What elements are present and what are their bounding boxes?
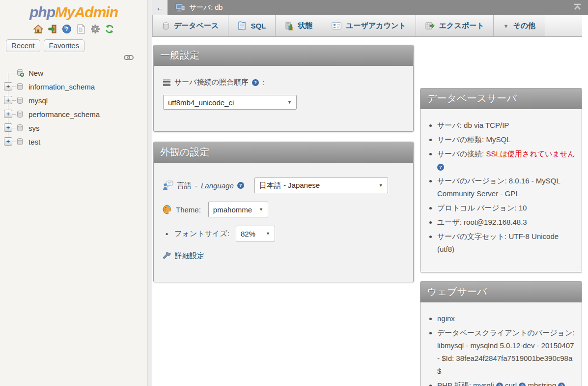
database-icon — [16, 83, 24, 90]
link-with-main-panel-icon[interactable] — [124, 54, 134, 61]
database-server-panel: データベースサーバ サーバ: db via TCP/IP サーバの種類: MyS… — [420, 88, 582, 272]
scroll-to-top-icon[interactable] — [573, 3, 582, 12]
tab-status[interactable]: 状態 — [276, 15, 322, 36]
tab-databases[interactable]: データベース — [152, 15, 228, 36]
appearance-settings-panel: 外観の設定 言語 - Language ? 日本語 - Japanese ▼ — [153, 142, 414, 282]
logo-myadmin-text: MyAdmin — [55, 4, 118, 20]
help-icon[interactable]: ? — [496, 383, 503, 386]
sidebar-resize-handle[interactable] — [147, 0, 152, 386]
logout-icon[interactable] — [47, 24, 58, 34]
tree-item-label: performance_schema — [28, 110, 100, 119]
help-icon[interactable]: ? — [61, 24, 72, 34]
list-item: サーバの文字セット: UTF-8 Unicode (utf8) — [437, 230, 576, 256]
recent-button[interactable]: Recent — [6, 39, 40, 52]
collation-selected-value: utf8mb4_unicode_ci — [168, 98, 234, 107]
fontsize-label: フォントサイズ: — [174, 229, 229, 238]
quick-access-buttons: Recent Favorites — [6, 39, 147, 52]
list-item: サーバの接続: SSLは使用されていません ? — [437, 148, 576, 173]
select-arrow-icon: ▼ — [266, 231, 270, 236]
general-settings-panel: 一般設定 サーバ接続の照合順序 ? : utf8mb4_unicode_ci ▼ — [153, 45, 414, 132]
tree-item-test[interactable]: + test — [0, 135, 147, 148]
help-icon[interactable]: ? — [519, 383, 526, 386]
tab-label: エクスポート — [439, 21, 484, 30]
database-tree: New + information_schema + mysql + perfo… — [0, 66, 147, 148]
home-icon[interactable] — [33, 24, 44, 34]
protocol-version: プロトコル バージョン: 10 — [437, 204, 527, 212]
theme-selected-value: pmahomme — [213, 206, 252, 214]
select-arrow-icon: ▼ — [259, 207, 263, 212]
tree-branch-line — [8, 73, 17, 73]
fontsize-select[interactable]: 82% ▼ — [236, 226, 275, 241]
tree-item-information-schema[interactable]: + information_schema — [0, 80, 147, 93]
select-arrow-icon: ▼ — [379, 183, 383, 188]
svg-text:?: ? — [65, 26, 68, 32]
expand-plus-icon[interactable]: + — [4, 123, 12, 132]
list-item: サーバのバージョン: 8.0.16 - MySQL Community Serv… — [437, 175, 576, 200]
expand-plus-icon[interactable]: + — [4, 137, 12, 146]
refresh-icon[interactable] — [104, 24, 115, 34]
theme-label: Theme: — [176, 206, 201, 214]
help-icon[interactable]: ? — [437, 164, 444, 171]
list-item: サーバ: db via TCP/IP — [437, 119, 576, 132]
tree-item-mysql[interactable]: + mysql — [0, 93, 147, 107]
webserver-name: nginx — [437, 314, 455, 323]
settings-gear-icon[interactable] — [90, 24, 101, 34]
language-label-en: Language — [201, 181, 234, 190]
expand-plus-icon[interactable]: + — [4, 82, 12, 90]
logo-php-text: php — [29, 4, 55, 20]
language-select[interactable]: 日本語 - Japanese ▼ — [254, 178, 388, 193]
theme-select[interactable]: pmahomme ▼ — [208, 202, 268, 217]
tab-label: SQL — [251, 22, 266, 30]
tab-user-accounts[interactable]: ユーザアカウント — [322, 15, 416, 36]
language-icon — [163, 180, 173, 190]
server-charset: サーバの文字セット: UTF-8 Unicode (utf8) — [437, 232, 559, 253]
back-button[interactable]: ← — [152, 0, 168, 15]
php-extension: mbstring — [528, 381, 556, 386]
more-settings-link[interactable]: 詳細設定 — [175, 251, 204, 261]
tree-item-sys[interactable]: + sys — [0, 121, 147, 135]
server-version: サーバのバージョン: 8.0.16 - MySQL Community Serv… — [437, 177, 560, 198]
panel-title: データベースサーバ — [420, 89, 582, 109]
expand-plus-icon[interactable]: + — [4, 96, 12, 104]
list-item: プロトコル バージョン: 10 — [437, 202, 576, 214]
database-icon — [16, 124, 24, 132]
breadcrumb-server-title: サーバ: db — [189, 3, 223, 12]
server-monitor-icon — [175, 3, 185, 12]
list-item: PHP 拡張: mysqli ? curl ? mbstring ? — [437, 379, 576, 386]
php-extensions-label: PHP 拡張: — [437, 381, 473, 386]
tab-label: その他 — [513, 21, 535, 30]
database-icon — [16, 110, 24, 118]
server-host: サーバ: db via TCP/IP — [437, 121, 509, 129]
language-label-ja: 言語 — [177, 181, 192, 190]
scrollbar-track[interactable] — [582, 15, 588, 386]
expand-plus-icon[interactable]: + — [4, 110, 12, 118]
tree-item-label: New — [28, 69, 43, 77]
server-info-column: データベースサーバ サーバ: db via TCP/IP サーバの種類: MyS… — [420, 88, 582, 386]
tab-export[interactable]: エクスポート — [416, 15, 494, 36]
tree-item-performance-schema[interactable]: + performance_schema — [0, 107, 147, 121]
list-item: データベースクライアントのバージョン: libmysql - mysqlnd 5… — [437, 327, 576, 378]
export-icon — [425, 22, 435, 30]
help-icon[interactable]: ? — [237, 182, 244, 189]
tree-item-label: sys — [28, 124, 40, 132]
tab-label: ユーザアカウント — [346, 21, 406, 30]
collation-select[interactable]: utf8mb4_unicode_ci ▼ — [163, 95, 297, 110]
tab-label: 状態 — [298, 21, 312, 30]
tree-item-new-database[interactable]: New — [0, 66, 147, 80]
favorites-button[interactable]: Favorites — [44, 39, 85, 52]
web-server-panel: ウェブサーバ nginx データベースクライアントのバージョン: libmysq… — [420, 281, 582, 386]
tree-item-label: information_schema — [28, 83, 95, 91]
database-server-list: サーバ: db via TCP/IP サーバの種類: MySQL サーバの接続:… — [424, 119, 576, 256]
collation-list-icon — [163, 79, 171, 86]
help-icon[interactable]: ? — [252, 79, 259, 86]
php-extension: mysqli — [473, 381, 494, 386]
tab-more[interactable]: ▼ その他 — [494, 15, 545, 36]
list-item: ユーザ: root@192.168.48.3 — [437, 216, 576, 229]
docs-icon[interactable] — [76, 24, 86, 34]
phpmyadmin-logo[interactable]: phpMyAdmin — [0, 0, 147, 21]
collation-colon: : — [262, 78, 264, 87]
tab-sql[interactable]: SQL — [228, 15, 276, 36]
content-area: 一般設定 サーバ接続の照合順序 ? : utf8mb4_unicode_ci ▼… — [152, 45, 588, 282]
theme-palette-icon — [163, 205, 172, 214]
help-icon[interactable]: ? — [558, 383, 565, 386]
